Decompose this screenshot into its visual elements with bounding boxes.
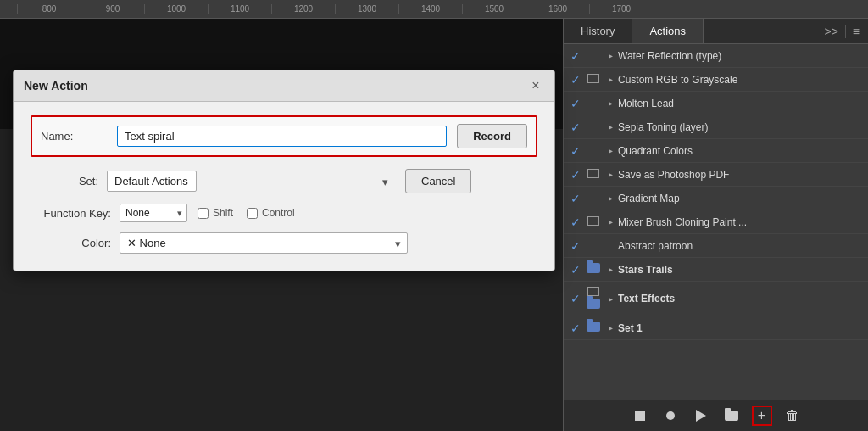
func-key-select[interactable]: None: [120, 204, 187, 222]
canvas-area: New Action × Name: Record Set: Default A…: [0, 19, 563, 431]
name-input[interactable]: [117, 126, 447, 147]
ruler-mark: 1000: [144, 4, 208, 14]
action-expand[interactable]: ▸: [603, 294, 618, 304]
action-item[interactable]: ✓▸Mixer Brush Cloning Paint ...: [564, 210, 868, 234]
action-item[interactable]: ✓Abstract patroon: [564, 234, 868, 258]
name-record-row: Name: Record: [31, 115, 537, 157]
action-check: ✓: [567, 239, 584, 253]
new-action-dialog: New Action × Name: Record Set: Default A…: [13, 70, 555, 271]
action-name: Mixer Brush Cloning Paint ...: [618, 216, 865, 228]
folder-button[interactable]: [721, 406, 742, 426]
new-action-button[interactable]: +: [752, 406, 772, 426]
action-icon-col: [584, 168, 603, 181]
action-expand[interactable]: ▸: [603, 323, 618, 333]
record-circle-button[interactable]: [660, 406, 681, 426]
ruler-mark: 1200: [271, 4, 335, 14]
folder-icon: [587, 263, 600, 273]
shift-checkbox[interactable]: [198, 208, 209, 219]
rect-icon: [587, 287, 599, 296]
action-expand[interactable]: ▸: [603, 146, 618, 155]
tab-icons: >> ≡: [819, 19, 868, 43]
tab-history[interactable]: History: [564, 19, 632, 43]
ruler-mark: 1400: [398, 4, 462, 14]
delete-button[interactable]: 🗑: [782, 406, 803, 426]
stop-button[interactable]: [630, 406, 650, 426]
tab-actions[interactable]: Actions: [632, 19, 704, 43]
action-item[interactable]: ✓▸Gradient Map: [564, 187, 868, 210]
action-check: ✓: [567, 292, 584, 305]
delete-icon: 🗑: [786, 408, 799, 423]
action-item[interactable]: ✓▸Quadrant Colors: [564, 139, 868, 163]
color-select-wrapper: ✕ None: [120, 232, 408, 254]
action-icon-col: [584, 322, 603, 334]
action-name: Gradient Map: [618, 193, 865, 204]
action-expand[interactable]: ▸: [603, 122, 618, 132]
set-select[interactable]: Default Actions: [107, 171, 197, 192]
rect-icon: [587, 74, 599, 83]
action-item[interactable]: ✓▸Stars Trails: [564, 258, 868, 282]
action-name: Quadrant Colors: [618, 145, 865, 157]
action-item[interactable]: ✓▸Text Effects: [564, 282, 868, 316]
set-select-wrapper: Default Actions: [107, 171, 395, 192]
action-name: Text Effects: [618, 293, 865, 305]
color-row: Color: ✕ None: [31, 232, 537, 254]
action-check: ✓: [567, 168, 584, 182]
action-check: ✓: [567, 120, 584, 134]
folder-icon: [587, 299, 600, 309]
color-select[interactable]: ✕ None: [120, 232, 408, 254]
panel-tabs: History Actions >> ≡: [564, 19, 868, 44]
func-key-select-wrapper: None: [120, 204, 187, 222]
action-item[interactable]: ✓▸Custom RGB to Grayscale: [564, 68, 868, 92]
set-row: Set: Default Actions Cancel: [31, 169, 537, 193]
action-check: ✓: [567, 97, 584, 110]
action-expand[interactable]: ▸: [603, 51, 618, 60]
action-icon-col: [584, 286, 603, 311]
record-button[interactable]: Record: [457, 124, 527, 148]
control-checkbox-label[interactable]: Control: [247, 207, 295, 219]
play-icon: [696, 410, 706, 422]
ruler-mark: 1600: [526, 4, 589, 14]
shift-checkbox-label[interactable]: Shift: [198, 207, 233, 219]
action-expand[interactable]: ▸: [603, 170, 618, 179]
action-expand[interactable]: ▸: [603, 98, 618, 108]
actions-list: ✓▸Water Reflection (type)✓▸Custom RGB to…: [564, 44, 868, 400]
ruler-mark: 1700: [589, 4, 653, 14]
name-label: Name:: [41, 130, 117, 143]
action-check: ✓: [567, 263, 584, 277]
action-icon-col: [584, 73, 603, 86]
action-name: Abstract patroon: [618, 240, 865, 252]
cancel-button[interactable]: Cancel: [405, 169, 471, 193]
history-tab-label: History: [581, 25, 615, 37]
action-item[interactable]: ✓▸Sepia Toning (layer): [564, 115, 868, 139]
ruler: 80090010001100120013001400150016001700: [0, 0, 868, 19]
action-expand[interactable]: ▸: [603, 217, 618, 227]
control-checkbox[interactable]: [247, 208, 258, 219]
action-item[interactable]: ✓▸Molten Lead: [564, 92, 868, 115]
shift-label: Shift: [213, 207, 233, 219]
dialog-close-button[interactable]: ×: [527, 77, 544, 94]
stop-icon: [635, 411, 645, 421]
function-key-label: Function Key:: [31, 207, 120, 220]
action-check: ✓: [567, 73, 584, 87]
play-button[interactable]: [691, 406, 711, 426]
action-name: Sepia Toning (layer): [618, 121, 865, 133]
ruler-mark: 800: [17, 4, 81, 14]
expand-icon[interactable]: >>: [819, 25, 843, 38]
action-expand[interactable]: ▸: [603, 193, 618, 203]
action-expand[interactable]: ▸: [603, 75, 618, 84]
color-label: Color:: [31, 237, 120, 249]
menu-icon[interactable]: ≡: [848, 25, 865, 38]
action-name: Custom RGB to Grayscale: [618, 74, 865, 86]
right-panel: History Actions >> ≡ ✓▸Water Reflection …: [563, 19, 868, 431]
action-expand[interactable]: ▸: [603, 265, 618, 274]
actions-tab-label: Actions: [649, 25, 686, 37]
folder-icon: [587, 322, 600, 332]
action-name: Set 1: [618, 322, 865, 334]
action-item[interactable]: ✓▸Set 1: [564, 316, 868, 340]
action-item[interactable]: ✓▸Save as Photoshop PDF: [564, 163, 868, 187]
ruler-marks: 80090010001100120013001400150016001700: [17, 4, 653, 14]
action-name: Stars Trails: [618, 264, 865, 276]
action-item[interactable]: ✓▸Water Reflection (type): [564, 44, 868, 68]
action-check: ✓: [567, 192, 584, 205]
ruler-mark: 1500: [462, 4, 526, 14]
